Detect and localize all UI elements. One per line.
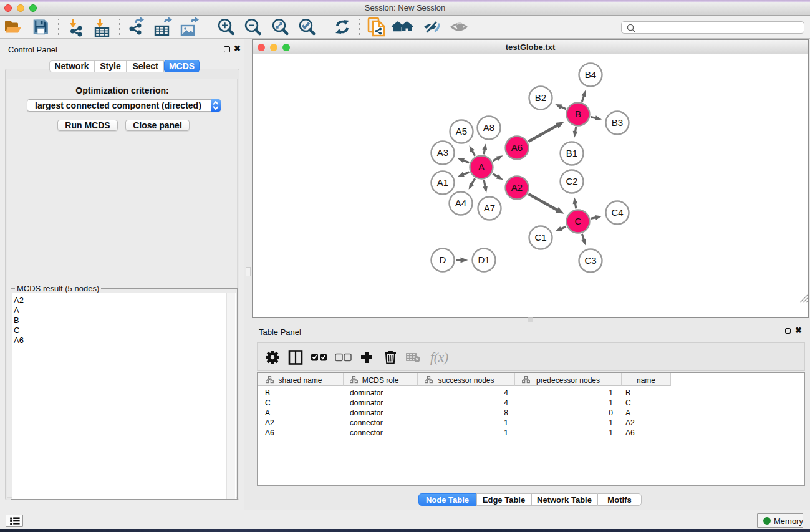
svg-text:B3: B3 bbox=[612, 117, 623, 128]
svg-text:A5: A5 bbox=[456, 126, 467, 137]
svg-text:A8: A8 bbox=[483, 122, 494, 133]
svg-text:D: D bbox=[440, 254, 446, 265]
svg-text:A3: A3 bbox=[437, 147, 448, 158]
svg-text:C1: C1 bbox=[534, 232, 546, 243]
svg-text:C2: C2 bbox=[566, 176, 577, 186]
svg-text:A7: A7 bbox=[484, 203, 495, 213]
svg-text:A4: A4 bbox=[455, 198, 466, 208]
svg-text:C4: C4 bbox=[611, 207, 623, 218]
svg-text:C: C bbox=[575, 216, 582, 226]
svg-text:A: A bbox=[478, 162, 485, 172]
svg-text:B2: B2 bbox=[535, 92, 546, 103]
svg-text:B4: B4 bbox=[585, 69, 596, 80]
svg-text:A2: A2 bbox=[511, 182, 523, 193]
svg-text:D1: D1 bbox=[478, 254, 489, 265]
svg-text:A1: A1 bbox=[437, 177, 448, 188]
svg-text:f(x): f(x) bbox=[430, 350, 448, 365]
svg-text:B1: B1 bbox=[566, 148, 577, 158]
svg-text:A6: A6 bbox=[511, 142, 523, 153]
svg-text:C3: C3 bbox=[584, 255, 596, 266]
svg-text:B: B bbox=[575, 109, 581, 119]
